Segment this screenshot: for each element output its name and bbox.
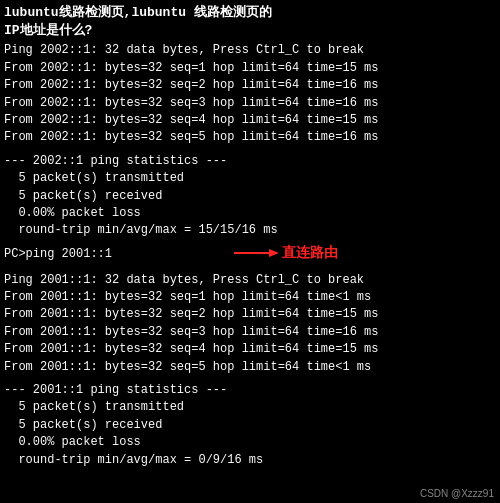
s1-r5: From 2002::1: bytes=32 seq=5 hop limit=6… bbox=[4, 129, 496, 146]
terminal-window: lubuntu线路检测页,lubuntu 线路检测页的 IP地址是什么? Pin… bbox=[0, 0, 500, 503]
title-bar: lubuntu线路检测页,lubuntu 线路检测页的 IP地址是什么? bbox=[4, 4, 496, 42]
s2-r4: From 2001::1: bytes=32 seq=4 hop limit=6… bbox=[4, 341, 496, 358]
title-line1: lubuntu线路检测页,lubuntu 线路检测页的 bbox=[4, 5, 272, 20]
s1-r4: From 2002::1: bytes=32 seq=4 hop limit=6… bbox=[4, 112, 496, 129]
s1-r1: From 2002::1: bytes=32 seq=1 hop limit=6… bbox=[4, 60, 496, 77]
pc-cmd: PC>ping 2001::1 bbox=[4, 246, 112, 263]
s2-r3: From 2001::1: bytes=32 seq=3 hop limit=6… bbox=[4, 324, 496, 341]
s2-stats-header: --- 2001::1 ping statistics --- bbox=[4, 382, 496, 399]
s2-stat2: 5 packet(s) received bbox=[4, 417, 496, 434]
s1-r3: From 2002::1: bytes=32 seq=3 hop limit=6… bbox=[4, 95, 496, 112]
s1-stat2: 5 packet(s) received bbox=[4, 188, 496, 205]
s2-r5: From 2001::1: bytes=32 seq=5 hop limit=6… bbox=[4, 359, 496, 376]
s1-stats-header: --- 2002::1 ping statistics --- bbox=[4, 153, 496, 170]
arrow-annotation: 直连路由 bbox=[234, 244, 338, 262]
s1-stat4: round-trip min/avg/max = 15/15/16 ms bbox=[4, 222, 496, 239]
s1-stat3: 0.00% packet loss bbox=[4, 205, 496, 222]
s2-stat1: 5 packet(s) transmitted bbox=[4, 399, 496, 416]
s1-stat1: 5 packet(s) transmitted bbox=[4, 170, 496, 187]
watermark: CSDN @Xzzz91 bbox=[420, 488, 494, 499]
s2-r1: From 2001::1: bytes=32 seq=1 hop limit=6… bbox=[4, 289, 496, 306]
arrow-label: 直连路由 bbox=[282, 244, 338, 262]
s2-stat3: 0.00% packet loss bbox=[4, 434, 496, 451]
svg-marker-1 bbox=[269, 249, 279, 257]
s1-r2: From 2002::1: bytes=32 seq=2 hop limit=6… bbox=[4, 77, 496, 94]
s2-r2: From 2001::1: bytes=32 seq=2 hop limit=6… bbox=[4, 306, 496, 323]
s2-stat4: round-trip min/avg/max = 0/9/16 ms bbox=[4, 452, 496, 469]
s2-cmd: Ping 2001::1: 32 data bytes, Press Ctrl_… bbox=[4, 272, 496, 289]
title-line2: IP地址是什么? bbox=[4, 23, 92, 38]
s1-cmd: Ping 2002::1: 32 data bytes, Press Ctrl_… bbox=[4, 42, 496, 59]
